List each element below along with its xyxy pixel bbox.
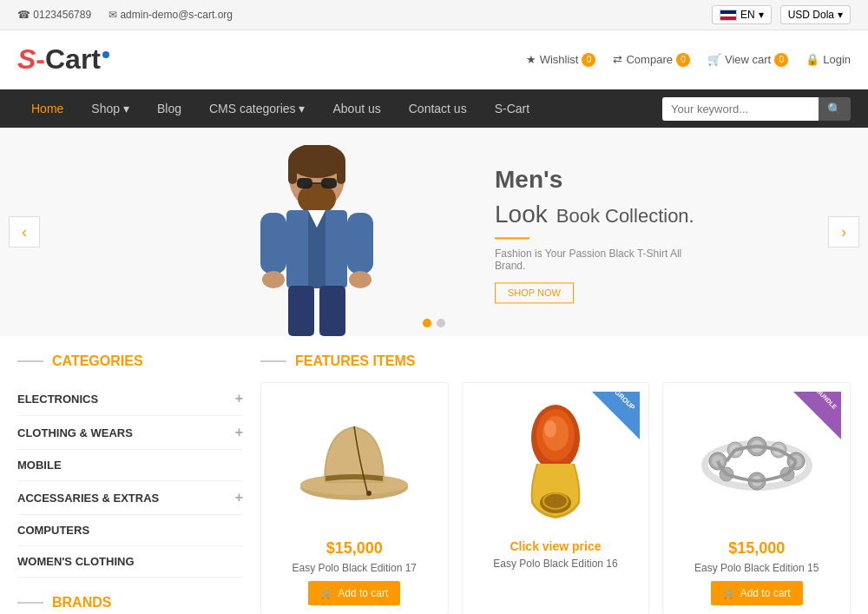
- email-address: admin-demo@s-cart.org: [120, 9, 233, 21]
- lock-icon: 🔒: [806, 53, 819, 66]
- svg-rect-6: [321, 178, 337, 188]
- svg-rect-12: [347, 213, 373, 274]
- login-link[interactable]: 🔒 Login: [806, 53, 851, 66]
- nav-about[interactable]: About us: [319, 89, 394, 128]
- currency-label: USD Dola: [788, 9, 834, 21]
- chevron-down-icon: ▾: [838, 9, 843, 21]
- slider-content: Men's Look Book Collection. Fashion is Y…: [0, 128, 868, 336]
- phone-info: ☎ 0123456789: [17, 9, 91, 21]
- main-content: CATEGORIES ELECTRONICS + CLOTHING & WEAR…: [0, 336, 868, 614]
- nav-search: 🔍: [662, 97, 851, 121]
- compare-link[interactable]: ⇄ Compare 0: [613, 53, 689, 67]
- svg-point-14: [349, 271, 372, 288]
- nav-shop[interactable]: Shop ▾: [77, 89, 143, 128]
- category-electronics[interactable]: ELECTRONICS +: [17, 382, 243, 416]
- nav-contact[interactable]: Contact us: [395, 89, 481, 128]
- slider-figure: [243, 136, 391, 336]
- category-computers[interactable]: COMPUTERS: [17, 515, 243, 546]
- product-price-2: Click view price: [471, 539, 641, 553]
- add-to-cart-button-1[interactable]: 🛒 Add to cart: [308, 581, 400, 605]
- svg-rect-3: [337, 158, 345, 184]
- svg-rect-16: [319, 286, 345, 336]
- nav-links: Home Shop ▾ Blog CMS categories ▾ About …: [17, 89, 543, 128]
- features-title: FEATURES ITEMS: [260, 353, 851, 369]
- search-button[interactable]: 🔍: [819, 97, 851, 121]
- wishlist-label: Wishlist: [540, 53, 579, 66]
- language-selector[interactable]: EN ▾: [712, 5, 772, 24]
- product-name-2: Easy Polo Black Edition 16: [471, 558, 641, 570]
- category-womens[interactable]: WOMEN'S CLOTHING: [17, 546, 243, 578]
- currency-selector[interactable]: USD Dola ▾: [780, 5, 851, 24]
- slider-prev-button[interactable]: ‹: [9, 216, 40, 248]
- svg-rect-2: [288, 158, 297, 184]
- hat-illustration: [298, 413, 411, 509]
- svg-point-13: [262, 271, 285, 288]
- header-nav: ★ Wishlist 0 ⇄ Compare 0 🛒 View cart 0 🔒…: [526, 53, 851, 67]
- slider-dot-1[interactable]: [423, 319, 431, 327]
- categories-title: CATEGORIES: [17, 353, 243, 369]
- slider-heading-suffix: Book Collection.: [556, 205, 694, 227]
- svg-rect-11: [260, 213, 286, 274]
- main-nav: Home Shop ▾ Blog CMS categories ▾ About …: [0, 89, 868, 128]
- top-bar-right: EN ▾ USD Dola ▾: [712, 5, 851, 24]
- hero-slider: ‹: [0, 128, 868, 336]
- shop-now-button[interactable]: SHOP NOW: [495, 283, 574, 304]
- compare-label: Compare: [626, 53, 672, 66]
- category-clothing[interactable]: CLOTHING & WEARS +: [17, 416, 243, 450]
- header: S-Cart ★ Wishlist 0 ⇄ Compare 0 🛒 View c…: [0, 30, 868, 89]
- slider-heading-look: Look: [495, 201, 548, 228]
- phone-icon: ☎: [17, 9, 30, 21]
- slider-heading-bold: Men's: [495, 166, 562, 193]
- svg-rect-5: [297, 178, 312, 188]
- product-name-1: Easy Polo Black Edition 17: [270, 562, 439, 574]
- product-image-3: BUNDLE: [672, 392, 841, 531]
- expand-icon: +: [235, 425, 243, 440]
- category-accessories[interactable]: ACCESSARIES & EXTRAS +: [17, 481, 243, 515]
- product-grid: $15,000 Easy Polo Black Edition 17 🛒 Add…: [260, 382, 851, 614]
- category-list: ELECTRONICS + CLOTHING & WEARS + MOBILE …: [17, 382, 243, 578]
- product-image-2: GROUP: [471, 392, 641, 531]
- slider-subtext: Fashion is Your Passion Black T-Shirt Al…: [495, 248, 694, 273]
- compare-icon: ⇄: [613, 53, 622, 66]
- chevron-down-icon: ▾: [759, 9, 764, 21]
- category-mobile[interactable]: MOBILE: [17, 450, 243, 481]
- svg-point-24: [540, 492, 571, 513]
- bundle-badge: [793, 392, 841, 439]
- slider-next-button[interactable]: ›: [828, 216, 859, 248]
- expand-icon: +: [235, 391, 243, 406]
- logo[interactable]: S-Cart: [17, 43, 109, 76]
- search-icon: 🔍: [827, 102, 842, 116]
- nav-home[interactable]: Home: [17, 89, 77, 128]
- nav-cms[interactable]: CMS categories ▾: [195, 89, 319, 128]
- cart-icon: 🛒: [320, 587, 333, 599]
- ring-illustration: [512, 399, 599, 525]
- svg-rect-15: [288, 286, 314, 336]
- logo-s: S: [17, 43, 36, 75]
- viewcart-label: View cart: [725, 53, 771, 66]
- nav-blog[interactable]: Blog: [143, 89, 195, 128]
- product-name-3: Easy Polo Black Edition 15: [672, 562, 841, 574]
- wishlist-link[interactable]: ★ Wishlist 0: [526, 53, 596, 67]
- slider-text: Men's Look Book Collection. Fashion is Y…: [495, 160, 694, 303]
- viewcart-link[interactable]: 🛒 View cart 0: [707, 53, 788, 67]
- sidebar: CATEGORIES ELECTRONICS + CLOTHING & WEAR…: [17, 353, 243, 614]
- flag-icon: [720, 10, 737, 21]
- products-area: FEATURES ITEMS: [260, 353, 851, 614]
- product-card-2: GROUP Click view p: [462, 382, 650, 614]
- slider-dot-2[interactable]: [437, 319, 445, 327]
- svg-point-19: [366, 491, 372, 496]
- svg-point-23: [544, 420, 556, 438]
- expand-icon: +: [235, 490, 243, 505]
- product-price-1: $15,000: [270, 539, 439, 558]
- email-info: ✉ admin-demo@s-cart.org: [108, 9, 233, 21]
- nav-scart[interactable]: S-Cart: [481, 89, 543, 128]
- top-bar-left: ☎ 0123456789 ✉ admin-demo@s-cart.org: [17, 9, 233, 21]
- product-price-3: $15,000: [672, 539, 841, 558]
- search-input[interactable]: [662, 97, 819, 121]
- product-card-3: BUNDLE: [662, 382, 851, 614]
- slider-dots: [423, 319, 445, 327]
- product-image-1: [270, 392, 439, 531]
- language-label: EN: [740, 9, 755, 21]
- star-icon: ★: [526, 53, 536, 66]
- add-to-cart-button-3[interactable]: 🛒 Add to cart: [711, 581, 803, 605]
